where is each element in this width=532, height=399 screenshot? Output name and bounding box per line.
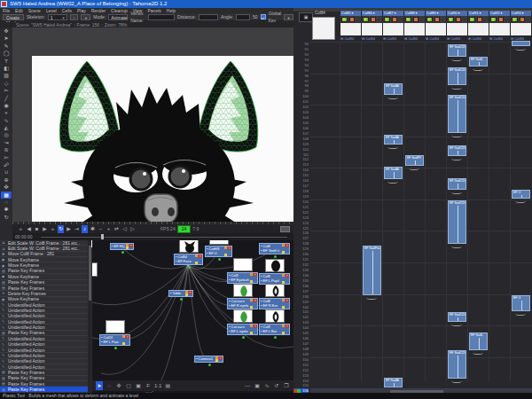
node-output-dot[interactable] (114, 347, 117, 349)
tool-icon-17[interactable]: ✄ (1, 154, 12, 161)
angle-input[interactable] (236, 14, 250, 20)
render-toggle-icon[interactable] (250, 325, 253, 327)
node-output-dot[interactable] (180, 298, 183, 301)
xsheet-panel[interactable]: ▣ Col84 Col85 ▾⊞ Col84Col86 ▾⊞ Col84Col8… (293, 8, 532, 393)
mode-dropdown[interactable]: Animate▾ (108, 14, 128, 20)
keyframe-block[interactable]: EF SadAt (384, 167, 403, 179)
keyframe-block[interactable]: EF SadCl2v (448, 350, 466, 379)
keyframe-block[interactable]: EF SadCl2v (448, 145, 466, 156)
tool-icon-16[interactable]: ≋ (1, 146, 12, 153)
camstand-toggle-icon[interactable] (224, 254, 227, 256)
render-toggle-icon[interactable] (224, 246, 227, 249)
keyframe-block[interactable]: EF SadFV (405, 155, 424, 166)
tool-icon-20[interactable]: ⊕ (1, 176, 12, 184)
tool-icon-0[interactable]: ✥ (1, 27, 12, 35)
first-frame-icon[interactable]: « (18, 225, 24, 233)
node-ef-teeth-l[interactable]: • Col8• EF Teeth L× (259, 243, 290, 254)
render-toggle-icon[interactable] (122, 335, 125, 338)
keyframe-block[interactable]: EF SadAt (384, 378, 403, 387)
column-cells[interactable] (447, 23, 467, 35)
node-table[interactable]: • Table× (168, 290, 193, 297)
tool-icon-3[interactable]: ◯ (1, 50, 12, 57)
frame-slider-track[interactable] (41, 237, 287, 238)
camstand-toggle-icon[interactable] (282, 306, 285, 309)
column-cells[interactable] (468, 23, 489, 35)
viewer-workspace[interactable] (12, 27, 293, 222)
tool-icon-13[interactable]: ◭ (1, 124, 12, 131)
tool-icon-19[interactable]: ∪ (1, 168, 12, 176)
settings-icon[interactable]: ✱ (90, 225, 96, 233)
skeleton-plus-button[interactable]: + (81, 14, 90, 20)
camstand-toggle-icon[interactable] (195, 262, 198, 264)
column-cells[interactable] (362, 23, 382, 35)
close-icon[interactable]: × (228, 246, 231, 250)
node-ef-u[interactable]: • CatHS• EF U× (205, 246, 232, 257)
sound-icon[interactable]: ♪ (82, 225, 88, 233)
keyframe-block[interactable]: EF O (512, 295, 530, 311)
hand-icon[interactable]: ✥ (115, 381, 122, 390)
minimize-nodes-icon[interactable]: — (244, 381, 251, 390)
close-icon[interactable]: × (199, 254, 202, 258)
node-ef-eyelash[interactable]: • Col9• EF Eyelash× (227, 272, 258, 284)
node-ef-l-ear[interactable]: • Col9• EF L Ear× (259, 324, 290, 335)
camstand-toggle-icon[interactable] (122, 342, 125, 345)
render-toggle-icon[interactable] (282, 244, 285, 246)
keyframe-block[interactable]: EF SadCl2v (448, 312, 466, 322)
tool-icon-18[interactable]: ☍ (1, 161, 12, 168)
tool-icon-1[interactable]: ➤ (1, 35, 12, 42)
distance-input[interactable] (199, 14, 218, 20)
node-camera1[interactable]: • Camera1× (194, 356, 223, 363)
keyframe-block[interactable]: EF SadAt (384, 83, 403, 95)
node-output-dot[interactable] (274, 255, 277, 258)
zoom-out-icon[interactable]: − (98, 225, 104, 233)
node-ef-r-ear[interactable]: • Col8• EF R Ear× (259, 298, 290, 309)
node-ef-r-eyelash[interactable]: • Cat ears• EF R eyela× (227, 298, 258, 309)
column-cells-col84[interactable] (312, 17, 335, 40)
plastic-tool-icon[interactable]: ▦ (1, 192, 12, 199)
fit-view-icon[interactable]: ▢ (125, 381, 132, 390)
next-key-icon[interactable]: ⇥ (74, 225, 80, 233)
node-ef-l-eyelash[interactable]: • Cat ears• EF L eyela× (227, 324, 258, 335)
tool-icon-8[interactable]: ✂ (1, 87, 12, 94)
node-ef-l-paw[interactable]: • Col24• EF L Paw× (99, 334, 130, 346)
history-row[interactable]: ▤Paste Key Frames (0, 387, 91, 392)
keyframe-block[interactable]: EF O (512, 190, 530, 199)
column-cells[interactable] (340, 23, 361, 35)
render-toggle-icon[interactable] (250, 273, 253, 276)
tool-icon-6[interactable]: ▨ (1, 72, 12, 79)
tool-icon-11[interactable]: ⌖ (1, 109, 12, 116)
close-icon[interactable]: × (286, 274, 289, 278)
keyframe-block[interactable]: EF SadCl2v (448, 67, 466, 85)
keyframe-block[interactable]: EF SadCl2v (448, 44, 466, 57)
close-icon[interactable]: × (219, 356, 223, 360)
tool-icon-2[interactable]: ✎ (1, 43, 12, 50)
tool-icon-4[interactable]: T (1, 58, 12, 65)
tool-icon-10[interactable]: ◉ (1, 102, 12, 109)
zoom-in-icon[interactable]: + (106, 225, 112, 233)
tool-icon-21[interactable]: ✜ (1, 184, 12, 191)
tool-icon-23[interactable]: ◌ (1, 199, 12, 206)
tool-icon-9[interactable]: ╱ (1, 95, 12, 102)
camera-column-cell[interactable]: ▣ (299, 12, 313, 22)
camstand-toggle-icon[interactable] (126, 246, 129, 249)
render-toggle-icon[interactable] (282, 274, 285, 277)
link-icon[interactable]: ∿ (263, 381, 270, 390)
switch-view-icon[interactable]: ❐ (283, 381, 290, 390)
camstand-toggle-icon[interactable] (215, 359, 218, 362)
node-output-dot[interactable] (274, 336, 277, 339)
camstand-toggle-icon[interactable] (250, 332, 253, 334)
node-output-dot[interactable] (188, 266, 191, 269)
node-output-dot[interactable] (208, 364, 211, 366)
close-icon[interactable]: × (254, 273, 257, 277)
play-range-icon[interactable]: ▶ (66, 225, 72, 233)
camstand-toggle-icon[interactable] (250, 306, 253, 309)
node-ef-hq[interactable]: • EF HQ× (110, 243, 134, 250)
close-icon[interactable]: × (129, 244, 133, 247)
prev-drawing-icon[interactable]: ◁ (121, 225, 128, 233)
close-icon[interactable]: × (126, 335, 129, 339)
column-header-col84[interactable]: Col84 (315, 11, 325, 15)
column-cells[interactable] (383, 23, 403, 35)
focus-node-icon[interactable]: ▣ (135, 381, 142, 390)
tool-icon-15[interactable]: ↝ (1, 139, 12, 146)
node-ef-face[interactable]: • Col84• EF Face× (174, 254, 203, 265)
